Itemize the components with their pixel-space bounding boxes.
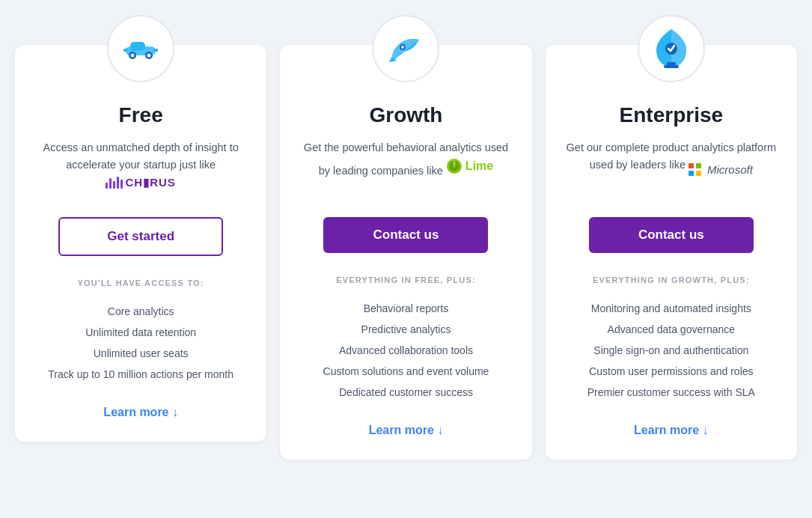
growth-plan-description: Get the powerful behavioral analytics us… xyxy=(298,139,513,199)
list-item: Behavioral reports xyxy=(298,298,513,319)
svg-rect-1 xyxy=(130,42,145,51)
list-item: Premier customer success with SLA xyxy=(564,382,779,403)
free-get-started-button[interactable]: Get started xyxy=(58,217,223,256)
list-item: Dedicated customer success xyxy=(298,382,513,403)
growth-contact-button[interactable]: Contact us xyxy=(323,217,488,253)
enterprise-plan-icon xyxy=(638,15,705,82)
enterprise-learn-more-link[interactable]: Learn more ↓ xyxy=(634,424,709,437)
pricing-container: Free Access an unmatched depth of insigh… xyxy=(15,22,797,460)
svg-point-3 xyxy=(131,54,135,58)
growth-plan-title: Growth xyxy=(369,103,442,127)
enterprise-plan-description: Get our complete product analytics platf… xyxy=(564,139,779,199)
svg-point-5 xyxy=(147,54,151,58)
free-section-label: YOU'LL HAVE ACCESS TO: xyxy=(78,278,204,287)
growth-learn-more-link[interactable]: Learn more ↓ xyxy=(369,424,444,437)
growth-features-list: Behavioral reports Predictive analytics … xyxy=(298,298,513,403)
microsoft-brand: Microsoft xyxy=(689,161,753,179)
free-plan-description: Access an unmatched depth of insight to … xyxy=(33,139,248,199)
enterprise-section-label: EVERYTHING IN GROWTH, PLUS: xyxy=(593,275,750,284)
list-item: Monitoring and automated insights xyxy=(564,298,779,319)
list-item: Predictive analytics xyxy=(298,319,513,340)
enterprise-plan-card: Enterprise Get our complete product anal… xyxy=(546,45,797,460)
list-item: Custom solutions and event volume xyxy=(298,361,513,382)
growth-plan-icon xyxy=(372,15,439,82)
growth-plan-card: Growth Get the powerful behavioral analy… xyxy=(280,45,531,460)
list-item: Unlimited data retention xyxy=(33,322,248,343)
free-features-list: Core analytics Unlimited data retention … xyxy=(33,301,248,385)
list-item: Track up to 10 million actions per month xyxy=(33,364,248,385)
list-item: Custom user permissions and roles xyxy=(564,361,779,382)
list-item: Advanced data governance xyxy=(564,319,779,340)
svg-rect-6 xyxy=(123,49,128,52)
free-plan-card: Free Access an unmatched depth of insigh… xyxy=(15,45,266,442)
lime-brand: Lime xyxy=(446,156,493,176)
microsoft-logo-icon xyxy=(689,163,702,177)
svg-point-12 xyxy=(453,165,456,168)
svg-rect-7 xyxy=(153,49,158,52)
svg-point-9 xyxy=(401,46,404,49)
enterprise-plan-title: Enterprise xyxy=(620,103,724,127)
list-item: Single sign-on and authentication xyxy=(564,340,779,361)
growth-section-label: EVERYTHING IN FREE, PLUS: xyxy=(336,275,476,284)
enterprise-contact-button[interactable]: Contact us xyxy=(589,217,754,253)
list-item: Core analytics xyxy=(33,301,248,322)
free-plan-title: Free xyxy=(119,103,163,127)
chorus-brand: CH▮RUS xyxy=(106,174,175,192)
enterprise-features-list: Monitoring and automated insights Advanc… xyxy=(564,298,779,403)
list-item: Unlimited user seats xyxy=(33,343,248,364)
free-plan-icon xyxy=(107,15,174,82)
list-item: Advanced collaboration tools xyxy=(298,340,513,361)
svg-rect-15 xyxy=(664,65,679,68)
chorus-bars-icon xyxy=(106,177,123,189)
free-learn-more-link[interactable]: Learn more ↓ xyxy=(103,406,178,419)
